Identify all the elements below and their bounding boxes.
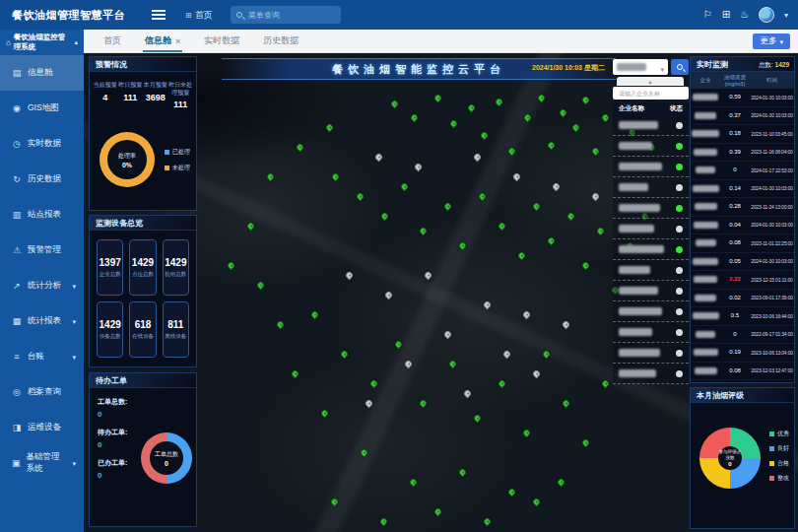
sidebar-item-站点报表[interactable]: ▥站点报表 [0,197,84,233]
map-marker-online-icon[interactable] [473,414,483,424]
map-marker-online-icon[interactable] [581,438,591,448]
map-marker-online-icon[interactable] [483,517,493,527]
map-marker-offline-icon[interactable] [365,399,374,409]
map-marker-online-icon[interactable] [537,94,547,103]
map-marker-online-icon[interactable] [331,172,341,182]
map-marker-online-icon[interactable] [542,350,552,360]
map-marker-offline-icon[interactable] [384,291,394,300]
enterprise-row[interactable] [613,260,689,281]
map-marker-online-icon[interactable] [449,119,459,129]
map-marker-offline-icon[interactable] [404,360,414,369]
map-marker-online-icon[interactable] [291,369,300,379]
realtime-row[interactable]: 0.192023-10-06 13:04:00 [691,344,794,363]
tab-实时数据[interactable]: 实时数据 [194,30,249,52]
map-marker-online-icon[interactable] [596,227,606,236]
map-marker-online-icon[interactable] [360,448,369,458]
map-marker-online-icon[interactable] [227,261,236,271]
tab-信息舱[interactable]: 信息舱 [135,30,190,52]
map-marker-offline-icon[interactable] [414,163,424,172]
sidebar-item-实时数据[interactable]: ◷实时数据 [0,126,84,162]
map-marker-offline-icon[interactable] [424,271,433,281]
map-marker-online-icon[interactable] [419,227,429,236]
map-marker-online-icon[interactable] [266,172,276,182]
map-marker-offline-icon[interactable] [522,310,532,320]
map-marker-offline-icon[interactable] [443,330,453,340]
realtime-row[interactable]: 0.52023-10-06 16:44:00 [691,307,794,326]
realtime-row[interactable]: 0.372024-01-30 10:03:00 [691,107,794,126]
sidebar-item-台账[interactable]: ≡台账 [0,339,84,374]
map-marker-online-icon[interactable] [400,182,410,192]
enterprise-row[interactable] [613,177,689,198]
map-marker-online-icon[interactable] [410,113,420,123]
realtime-row[interactable]: 02022-09-17 01:34:00 [691,326,794,345]
sidebar-item-预警管理[interactable]: ⚠预警管理 [0,233,84,268]
map-marker-online-icon[interactable] [246,222,256,232]
map-marker-online-icon[interactable] [498,379,507,389]
map-marker-online-icon[interactable] [390,100,400,109]
enterprise-row[interactable] [613,281,689,301]
realtime-row[interactable]: 0.022023-09-01 17:39:00 [691,290,794,308]
map-marker-offline-icon[interactable] [512,172,522,182]
map-marker-online-icon[interactable] [523,113,533,123]
map-marker-online-icon[interactable] [507,147,517,157]
hamburger-menu-icon[interactable] [152,10,166,20]
realtime-row[interactable]: 2.222023-12-15 01:11:00 [691,271,794,290]
map-marker-online-icon[interactable] [559,108,568,118]
tab-历史数据[interactable]: 历史数据 [253,30,308,52]
map-marker-online-icon[interactable] [581,96,591,105]
map-marker-online-icon[interactable] [498,222,507,232]
tab-首页[interactable]: 首页 [94,30,131,52]
enterprise-row[interactable] [613,322,689,343]
map-marker-offline-icon[interactable] [473,153,483,163]
realtime-row[interactable]: 0.042024-01-30 10:03:00 [691,217,794,235]
map-marker-online-icon[interactable] [394,340,404,350]
map-marker-online-icon[interactable] [547,236,557,246]
map-marker-online-icon[interactable] [458,241,468,251]
map-marker-online-icon[interactable] [433,507,443,517]
map-marker-online-icon[interactable] [340,350,350,360]
map-marker-online-icon[interactable] [433,94,443,103]
map-marker-online-icon[interactable] [478,192,488,202]
map-marker-offline-icon[interactable] [552,182,562,192]
map-marker-online-icon[interactable] [532,202,542,212]
map-search-button[interactable] [671,59,689,75]
map-marker-online-icon[interactable] [276,320,286,330]
map-marker-online-icon[interactable] [566,212,576,222]
map-marker-offline-icon[interactable] [562,320,571,330]
map-marker-online-icon[interactable] [379,517,389,527]
map-marker-offline-icon[interactable] [532,369,542,379]
enterprise-row[interactable] [613,198,689,219]
sidebar-item-信息舱[interactable]: ▤信息舱 [0,55,84,91]
map-marker-online-icon[interactable] [495,98,504,107]
list-collapse-toggle[interactable] [617,77,684,86]
map-marker-online-icon[interactable] [562,399,571,409]
map-marker-online-icon[interactable] [601,379,611,389]
realtime-row[interactable]: 0.392023-11-16 08:04:00 [691,144,794,163]
map-marker-online-icon[interactable] [296,143,305,153]
map-marker-online-icon[interactable] [330,498,340,507]
enterprise-row[interactable] [613,301,689,322]
realtime-row[interactable]: 0.142024-01-30 10:03:00 [691,180,794,199]
realtime-row[interactable]: 0.182023-11-10 03:45:00 [691,125,794,144]
map-marker-online-icon[interactable] [369,379,379,389]
map-marker-offline-icon[interactable] [463,389,473,399]
map-marker-offline-icon[interactable] [591,192,601,202]
realtime-row[interactable]: 0.282023-11-24 13:00:00 [691,198,794,217]
sidebar-item-统计报表[interactable]: ▦统计报表 [0,303,84,339]
realtime-row[interactable]: 02024-01-17 22:53:00 [691,162,794,180]
sidebar-item-基础管理系统[interactable]: ▣基础管理系统 [0,445,84,481]
enterprise-row[interactable] [613,136,689,157]
map-marker-online-icon[interactable] [310,310,320,320]
map-marker-online-icon[interactable] [467,103,477,113]
sidebar-system-header[interactable]: ⌂ 餐饮油烟监控管理系统 ▴ [0,30,84,55]
map-marker-online-icon[interactable] [591,147,601,157]
menu-search-input[interactable] [246,10,335,21]
flame-icon[interactable]: ♨ [740,10,749,20]
enterprise-row[interactable] [613,239,689,260]
enterprise-select[interactable] [613,59,668,75]
map-marker-online-icon[interactable] [320,409,330,419]
more-button[interactable]: 更多 [753,33,790,49]
map-marker-online-icon[interactable] [581,261,591,271]
map-marker-online-icon[interactable] [507,488,517,498]
realtime-row[interactable]: 0.082023-11-01 22:25:00 [691,234,794,253]
